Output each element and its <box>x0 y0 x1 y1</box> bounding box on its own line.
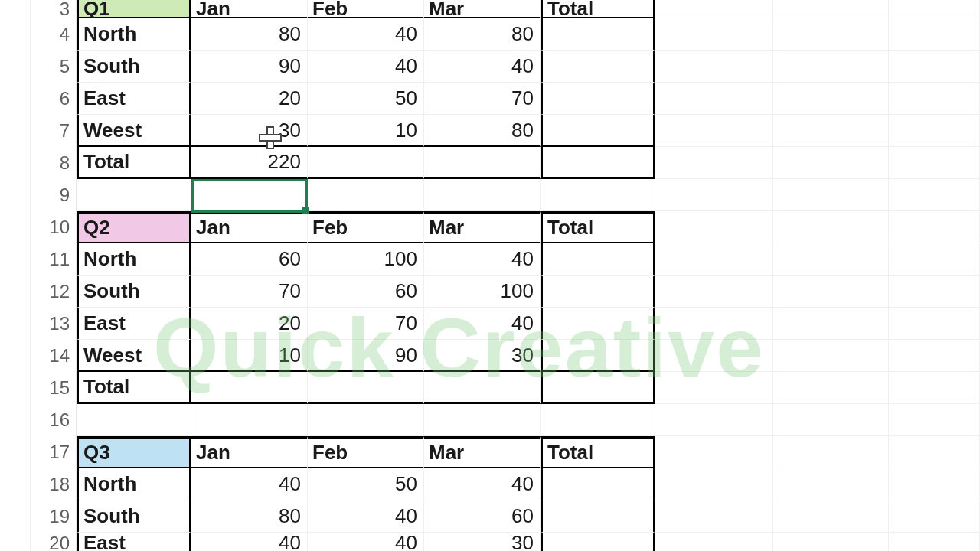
cell-C12[interactable]: 60 <box>308 276 424 308</box>
cell-B18[interactable]: 40 <box>191 468 308 500</box>
cell-D19[interactable]: 60 <box>424 500 541 533</box>
row-3[interactable]: 3 Q1 Jan Feb Mar Total <box>0 0 980 18</box>
row-14[interactable]: 14 Weest 10 90 30 <box>0 340 980 372</box>
empty-cells[interactable] <box>655 0 980 18</box>
cell-E13[interactable] <box>541 308 655 340</box>
cell-B17[interactable]: Jan <box>191 436 308 468</box>
cell-A14[interactable]: Weest <box>77 340 191 372</box>
row-number[interactable]: 5 <box>31 51 77 83</box>
row-16[interactable]: 16 <box>0 404 980 436</box>
cell-B6[interactable]: 20 <box>191 83 308 115</box>
cell-C14[interactable]: 90 <box>308 340 424 372</box>
row-19[interactable]: 19 South 80 40 60 <box>0 500 980 533</box>
cell-E12[interactable] <box>541 276 655 308</box>
cell-A7[interactable]: Weest <box>77 115 191 147</box>
row-5[interactable]: 5 South 90 40 40 <box>0 51 980 83</box>
cell-B19[interactable]: 80 <box>191 500 308 533</box>
cell-D15[interactable] <box>424 372 541 404</box>
cell-C13[interactable]: 70 <box>308 308 424 340</box>
cell-A13[interactable]: East <box>77 308 191 340</box>
cell-E18[interactable] <box>541 468 655 500</box>
cell-C4[interactable]: 40 <box>308 18 424 51</box>
row-number[interactable]: 9 <box>31 179 77 211</box>
cell-E9[interactable] <box>541 179 655 211</box>
cell-C8[interactable] <box>308 147 424 179</box>
row-number[interactable]: 16 <box>31 404 77 436</box>
row-number[interactable]: 11 <box>31 243 77 276</box>
cell-B13[interactable]: 20 <box>191 308 308 340</box>
cell-E5[interactable] <box>541 51 655 83</box>
row-12[interactable]: 12 South 70 60 100 <box>0 276 980 308</box>
cell-D12[interactable]: 100 <box>424 276 541 308</box>
cell-C5[interactable]: 40 <box>308 51 424 83</box>
row-6[interactable]: 6 East 20 50 70 <box>0 83 980 115</box>
spreadsheet-grid[interactable]: 3 Q1 Jan Feb Mar Total 4 North 80 40 80 … <box>0 0 980 551</box>
cell-B15[interactable] <box>191 372 308 404</box>
row-15[interactable]: 15 Total <box>0 372 980 404</box>
cell-B5[interactable]: 90 <box>191 51 308 83</box>
cell-B7[interactable]: 30 <box>191 115 308 147</box>
cell-A3[interactable]: Q1 <box>77 0 191 18</box>
cell-B16[interactable] <box>191 404 308 436</box>
cell-D10[interactable]: Mar <box>424 211 541 243</box>
cell-B3[interactable]: Jan <box>191 0 308 18</box>
cell-C17[interactable]: Feb <box>308 436 424 468</box>
cell-E14[interactable] <box>541 340 655 372</box>
row-4[interactable]: 4 North 80 40 80 <box>0 18 980 51</box>
cell-B12[interactable]: 70 <box>191 276 308 308</box>
cell-E20[interactable] <box>541 533 655 551</box>
cell-B8[interactable]: 220 <box>191 147 308 179</box>
row-number[interactable]: 6 <box>31 83 77 115</box>
cell-E3[interactable]: Total <box>541 0 655 18</box>
row-number[interactable]: 10 <box>31 211 77 243</box>
cell-D18[interactable]: 40 <box>424 468 541 500</box>
row-10[interactable]: 10 Q2 Jan Feb Mar Total <box>0 211 980 243</box>
row-number[interactable]: 8 <box>31 147 77 179</box>
cell-A11[interactable]: North <box>77 243 191 276</box>
row-number[interactable]: 15 <box>31 372 77 404</box>
cell-A10[interactable]: Q2 <box>77 211 191 243</box>
row-number[interactable]: 7 <box>31 115 77 147</box>
row-9[interactable]: 9 <box>0 179 980 211</box>
cell-A9[interactable] <box>77 179 191 211</box>
cell-D16[interactable] <box>424 404 541 436</box>
cell-C6[interactable]: 50 <box>308 83 424 115</box>
cell-D9[interactable] <box>424 179 541 211</box>
cell-E7[interactable] <box>541 115 655 147</box>
row-number[interactable]: 4 <box>31 18 77 51</box>
cell-D17[interactable]: Mar <box>424 436 541 468</box>
row-number[interactable]: 20 <box>31 533 77 551</box>
cell-A5[interactable]: South <box>77 51 191 83</box>
row-13[interactable]: 13 East 20 70 40 <box>0 308 980 340</box>
cell-A8[interactable]: Total <box>77 147 191 179</box>
cell-A16[interactable] <box>77 404 191 436</box>
row-number[interactable]: 13 <box>31 308 77 340</box>
cell-E6[interactable] <box>541 83 655 115</box>
cell-E19[interactable] <box>541 500 655 533</box>
row-number[interactable]: 12 <box>31 276 77 308</box>
cell-C3[interactable]: Feb <box>308 0 424 18</box>
cell-D6[interactable]: 70 <box>424 83 541 115</box>
row-number[interactable]: 14 <box>31 340 77 372</box>
row-20[interactable]: 20 East 40 40 30 <box>0 533 980 551</box>
cell-A17[interactable]: Q3 <box>77 436 191 468</box>
cell-B10[interactable]: Jan <box>191 211 308 243</box>
cell-C10[interactable]: Feb <box>308 211 424 243</box>
cell-A12[interactable]: South <box>77 276 191 308</box>
cell-D20[interactable]: 30 <box>424 533 541 551</box>
cell-A15[interactable]: Total <box>77 372 191 404</box>
cell-B4[interactable]: 80 <box>191 18 308 51</box>
cell-E17[interactable]: Total <box>541 436 655 468</box>
cell-C7[interactable]: 10 <box>308 115 424 147</box>
cell-E8[interactable] <box>541 147 655 179</box>
cell-C9[interactable] <box>308 179 424 211</box>
cell-D8[interactable] <box>424 147 541 179</box>
cell-D11[interactable]: 40 <box>424 243 541 276</box>
cell-A18[interactable]: North <box>77 468 191 500</box>
cell-C11[interactable]: 100 <box>308 243 424 276</box>
row-8[interactable]: 8 Total 220 <box>0 147 980 179</box>
cell-D13[interactable]: 40 <box>424 308 541 340</box>
cell-E4[interactable] <box>541 18 655 51</box>
cell-C20[interactable]: 40 <box>308 533 424 551</box>
row-11[interactable]: 11 North 60 100 40 <box>0 243 980 276</box>
